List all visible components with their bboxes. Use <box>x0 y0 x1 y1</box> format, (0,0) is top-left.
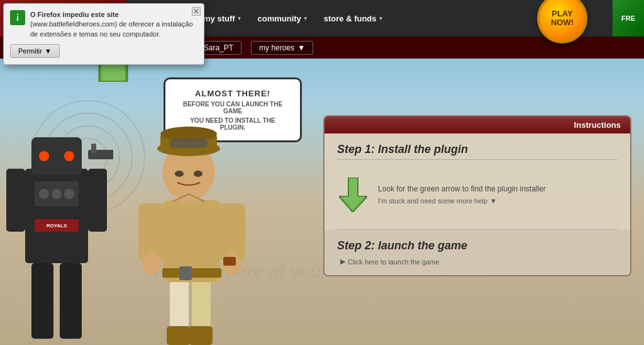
svg-point-6 <box>39 151 49 161</box>
dark-character: ROYALS <box>0 93 113 345</box>
step1-content: Look for the green arrow to find the plu… <box>337 169 618 220</box>
my-heroes-button[interactable]: my heroes ▼ <box>251 41 313 55</box>
svg-rect-26 <box>179 266 192 280</box>
step1-help-link[interactable]: I'm stuck and need some more help ▼ <box>378 197 618 205</box>
step2-title: Step 2: launch the game <box>337 239 618 252</box>
svg-rect-36 <box>170 139 208 148</box>
svg-rect-23 <box>189 326 213 345</box>
svg-point-37 <box>175 171 184 177</box>
firefox-popup-header: i O Firefox impediu este site (www.battl… <box>10 10 197 39</box>
svg-marker-47 <box>341 179 365 210</box>
svg-point-38 <box>194 171 203 177</box>
instructions-header: Instructions <box>325 116 630 133</box>
instructions-panel: Instructions Step 1: Install the plugin … <box>323 115 631 276</box>
soldier-character <box>126 106 252 345</box>
svg-point-29 <box>142 252 161 274</box>
step1-info: Look for the green arrow to find the plu… <box>378 184 618 205</box>
permitir-button[interactable]: Permitir ▼ <box>10 44 60 58</box>
svg-point-16 <box>52 189 62 199</box>
free-badge: FRE <box>613 0 644 37</box>
nav-arrow-community: ▼ <box>303 16 308 21</box>
svg-text:i: i <box>16 13 19 23</box>
svg-rect-22 <box>167 326 191 345</box>
svg-rect-8 <box>31 263 53 339</box>
svg-point-17 <box>64 189 74 199</box>
step1-arrow <box>337 176 369 213</box>
firefox-popup-close[interactable]: ✕ <box>192 7 201 16</box>
step1-info-text: Look for the green arrow to find the plu… <box>378 184 618 193</box>
nav-item-my-stuff[interactable]: my stuff ▼ <box>197 10 248 27</box>
svg-rect-11 <box>88 169 107 232</box>
launch-arrow-icon: ▶ <box>340 257 345 266</box>
step1-title: Step 1: Install the plugin <box>337 143 618 160</box>
svg-rect-28 <box>219 203 245 260</box>
svg-rect-39 <box>223 257 236 266</box>
step2-section: Step 2: launch the game ▶ Click here to … <box>325 230 630 275</box>
svg-rect-10 <box>6 169 25 232</box>
nav-item-community[interactable]: community ▼ <box>251 10 314 27</box>
firefox-popup-text: O Firefox impediu este site (www.battlef… <box>30 10 197 39</box>
firefox-icon: i <box>10 10 25 25</box>
svg-text:ROYALS: ROYALS <box>47 223 67 229</box>
nav-arrow-my-stuff: ▼ <box>237 16 242 21</box>
nav-arrow-store-funds: ▼ <box>379 16 384 21</box>
help-arrow-icon: ▼ <box>490 197 497 205</box>
my-heroes-arrow-icon: ▼ <box>297 43 305 52</box>
dropdown-arrow-icon: ▼ <box>45 47 52 55</box>
svg-rect-9 <box>60 263 82 339</box>
launch-game-link[interactable]: ▶ Click here to launch the game <box>337 257 618 266</box>
nav-item-store-funds[interactable]: store & funds ▼ <box>318 10 390 27</box>
svg-rect-13 <box>91 144 96 153</box>
svg-point-7 <box>64 151 74 161</box>
svg-rect-27 <box>138 203 165 260</box>
firefox-popup: ✕ i O Firefox impediu este site (www.bat… <box>3 3 204 65</box>
svg-point-15 <box>39 189 49 199</box>
step1-section: Step 1: Install the plugin Look for the … <box>325 133 630 229</box>
firefox-popup-footer: Permitir ▼ <box>10 44 197 58</box>
